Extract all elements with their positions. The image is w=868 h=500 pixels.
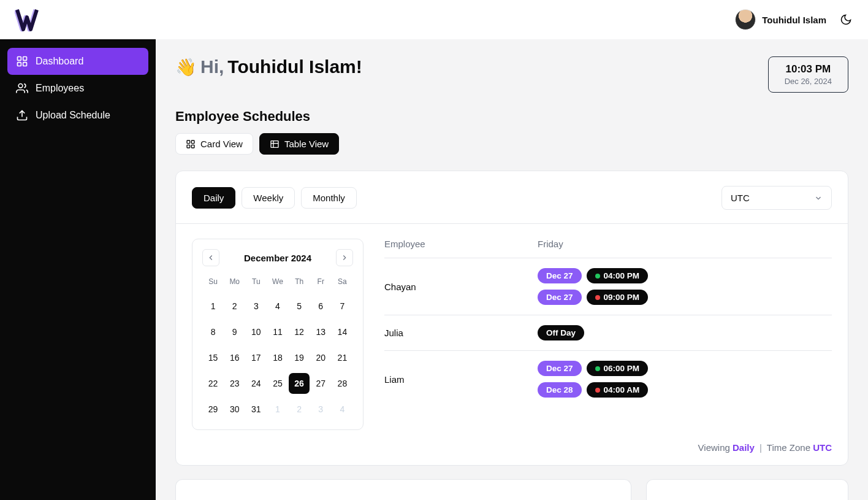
calendar-day[interactable]: 16: [224, 347, 245, 368]
table-row: JuliaOff Day: [384, 315, 832, 350]
schedule-cell: Dec 2704:00 PMDec 2709:00 PM: [538, 268, 832, 305]
svg-rect-7: [191, 140, 194, 144]
calendar-day[interactable]: 18: [267, 347, 288, 368]
calendar-day[interactable]: 6: [310, 296, 331, 317]
calendar-day[interactable]: 20: [310, 347, 331, 368]
shift-line: Dec 2704:00 PM: [538, 268, 832, 283]
schedule-cell: Off Day: [538, 325, 832, 340]
shift-line: Dec 2706:00 PM: [538, 361, 832, 376]
tab-weekly[interactable]: Weekly: [242, 187, 295, 209]
view-toggle: Card View Table View: [175, 133, 848, 155]
calendar-day[interactable]: 15: [203, 347, 224, 368]
grid-icon: [186, 139, 196, 149]
calendar-day[interactable]: 25: [267, 373, 288, 394]
card-footer: Viewing Daily | Time Zone UTC: [192, 442, 832, 453]
tab-daily[interactable]: Daily: [192, 187, 235, 209]
employee-name: Chayan: [384, 282, 538, 292]
clock-date: Dec 26, 2024: [785, 77, 832, 86]
tab-monthly[interactable]: Monthly: [301, 187, 357, 209]
calendar-day[interactable]: 7: [332, 296, 352, 317]
next-cards: [175, 479, 848, 500]
shift-date-badge: Dec 27: [538, 361, 582, 376]
clock-time: 10:03 PM: [785, 63, 832, 75]
schedule-cell: Dec 2706:00 PMDec 2804:00 AM: [538, 361, 832, 398]
calendar-day[interactable]: 30: [224, 399, 245, 420]
timezone-select[interactable]: UTC: [721, 186, 832, 210]
greeting: 👋 Hi, Touhidul Islam!: [175, 56, 362, 77]
calendar-day[interactable]: 4: [267, 296, 288, 317]
calendar-day[interactable]: 27: [310, 373, 331, 394]
calendar-day[interactable]: 4: [332, 399, 352, 420]
calendar-day[interactable]: 3: [246, 296, 267, 317]
card-view-button[interactable]: Card View: [175, 133, 253, 155]
calendar: December 2024 SuMoTuWeThFrSa123456789101…: [192, 239, 364, 430]
calendar-day[interactable]: 19: [289, 347, 310, 368]
chevron-left-icon: [207, 253, 215, 262]
calendar-day[interactable]: 13: [310, 321, 331, 342]
sidebar-item-employees[interactable]: Employees: [7, 75, 148, 102]
employee-name: Julia: [384, 328, 538, 338]
calendar-day[interactable]: 24: [246, 373, 267, 394]
calendar-day[interactable]: 1: [267, 399, 288, 420]
topbar: Touhidul Islam: [0, 0, 868, 39]
sidebar-item-label: Employees: [36, 83, 84, 94]
avatar: [735, 9, 756, 30]
calendar-day[interactable]: 28: [332, 373, 352, 394]
svg-rect-8: [187, 145, 190, 148]
range-tabs: Daily Weekly Monthly: [192, 187, 357, 209]
calendar-day[interactable]: 8: [203, 321, 224, 342]
shift-date-badge: Dec 28: [538, 382, 582, 398]
calendar-day[interactable]: 1: [203, 296, 224, 317]
calendar-day[interactable]: 29: [203, 399, 224, 420]
calendar-dow: Sa: [332, 275, 353, 291]
card-view-label: Card View: [200, 139, 243, 149]
status-dot: [595, 295, 600, 300]
calendar-next-button[interactable]: [336, 249, 353, 266]
greeting-hi: Hi,: [200, 56, 224, 77]
status-dot: [595, 274, 600, 279]
calendar-dow: Fr: [310, 275, 332, 291]
calendar-day[interactable]: 14: [332, 321, 352, 342]
sidebar-item-dashboard[interactable]: Dashboard: [7, 48, 148, 75]
calendar-day[interactable]: 26: [289, 373, 310, 394]
calendar-prev-button[interactable]: [202, 249, 219, 266]
calendar-day[interactable]: 2: [289, 399, 310, 420]
calendar-dow: Tu: [245, 275, 267, 291]
theme-toggle[interactable]: [839, 12, 853, 27]
shift-time-badge: 06:00 PM: [587, 361, 649, 376]
calendar-day[interactable]: 11: [267, 321, 288, 342]
calendar-day[interactable]: 17: [246, 347, 267, 368]
clock: 10:03 PM Dec 26, 2024: [768, 56, 848, 93]
calendar-day[interactable]: 22: [203, 373, 224, 394]
calendar-day[interactable]: 23: [224, 373, 245, 394]
sidebar-item-label: Upload Schedule: [36, 110, 110, 121]
calendar-day[interactable]: 3: [310, 399, 331, 420]
calendar-day[interactable]: 9: [224, 321, 245, 342]
table-row: ChayanDec 2704:00 PMDec 2709:00 PM: [384, 258, 832, 315]
user-name: Touhidul Islam: [762, 15, 826, 25]
schedule-table: Employee Friday ChayanDec 2704:00 PMDec …: [384, 239, 832, 407]
employee-name: Liam: [384, 374, 538, 385]
svg-point-4: [18, 84, 23, 88]
timezone-value: UTC: [731, 193, 750, 203]
calendar-day[interactable]: 2: [224, 296, 245, 317]
sidebar: DashboardEmployeesUpload Schedule: [0, 39, 156, 500]
calendar-day[interactable]: 31: [246, 399, 267, 420]
calendar-day[interactable]: 10: [246, 321, 267, 342]
calendar-day[interactable]: 5: [289, 296, 310, 317]
section-title: Employee Schedules: [175, 109, 848, 125]
calendar-day[interactable]: 12: [289, 321, 310, 342]
table-icon: [270, 139, 280, 149]
user-menu[interactable]: Touhidul Islam: [735, 9, 826, 30]
footer-viewing-value: Daily: [733, 442, 755, 453]
shift-date-badge: Dec 27: [538, 268, 582, 283]
sidebar-item-upload-schedule[interactable]: Upload Schedule: [7, 102, 148, 129]
table-view-button[interactable]: Table View: [259, 133, 339, 155]
calendar-day[interactable]: 21: [332, 347, 352, 368]
off-day-badge: Off Day: [538, 325, 584, 340]
footer-tz-label: Time Zone: [767, 442, 810, 453]
shift-date-badge: Dec 27: [538, 290, 582, 305]
logo[interactable]: [15, 7, 42, 32]
svg-rect-9: [191, 145, 194, 148]
shift-line: Dec 2709:00 PM: [538, 290, 832, 305]
